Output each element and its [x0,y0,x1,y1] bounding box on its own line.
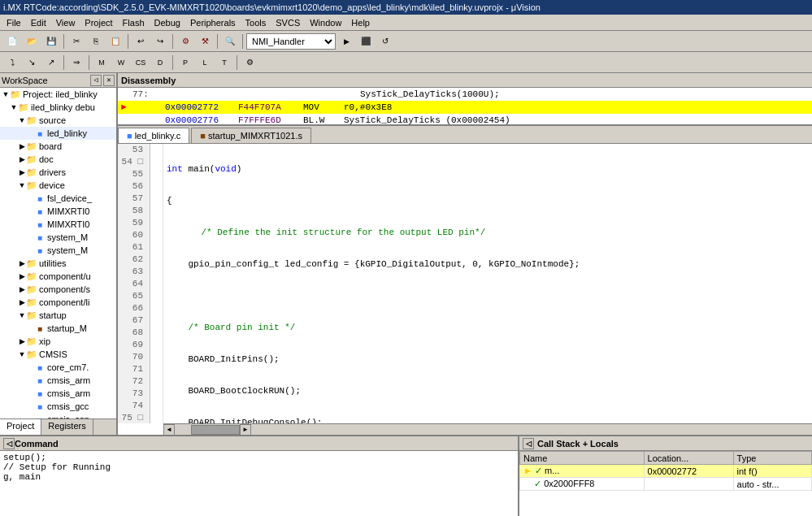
tree-item-startup[interactable]: ▼ 📁 startup [0,309,116,322]
tree-expand-utilities[interactable]: ▶ [18,259,26,267]
tree-expand-doc[interactable]: ▶ [18,155,26,163]
tree-item-cmsis-arm2[interactable]: ■ cmsis_arm [0,387,116,400]
step-in-btn[interactable]: ↘ [23,54,41,72]
tree-expand-board[interactable]: ▶ [18,142,26,150]
tree-label-drivers: drivers [39,167,66,177]
callstack-row-2[interactable]: ✓ 0x2000FFF8 auto - str... [520,478,812,491]
callstack-collapse-btn[interactable]: ◁ [523,438,534,449]
tree-expand-root[interactable]: ▼ [2,90,10,98]
perf-btn[interactable]: P [176,54,194,72]
build-btn[interactable]: ⚙ [176,33,194,50]
tree-item-utilities[interactable]: ▶ 📁 utilities [0,257,116,270]
menu-window[interactable]: Window [305,16,346,29]
scrollbar-h-thumb[interactable] [191,425,240,435]
paste-btn[interactable]: 📋 [106,33,124,50]
go-btn[interactable]: ▶ [337,33,355,50]
step-out-btn[interactable]: ↗ [42,54,60,72]
undo-btn[interactable]: ↩ [132,33,150,50]
reset-btn[interactable]: ↺ [376,33,394,50]
tree-item-cmsis-arm1[interactable]: ■ cmsis_arm [0,374,116,387]
tree-item-mimxrt1[interactable]: ■ MIMXRTI0 [0,205,116,218]
trace-btn[interactable]: T [215,54,233,72]
tree-expand-device[interactable]: ▼ [18,181,26,189]
menu-edit[interactable]: Edit [26,16,51,29]
logic-btn[interactable]: L [196,54,214,72]
callstack-row-1[interactable]: ► ✓ m... 0x00002772 int f() [520,465,812,478]
menu-peripherals[interactable]: Peripherals [185,16,241,29]
memory-btn[interactable]: M [93,54,111,72]
scroll-right-btn[interactable]: ► [240,424,251,436]
tree-item-cmsis-gcc[interactable]: ■ cmsis_gcc [0,400,116,413]
tree-item-xip[interactable]: ▶ 📁 xip [0,335,116,348]
stop-btn[interactable]: ⬛ [357,33,375,50]
menu-help[interactable]: Help [346,16,375,29]
new-btn[interactable]: 📄 [3,33,21,50]
tree-expand-blinky[interactable]: ▼ [10,103,18,111]
save-btn[interactable]: 💾 [42,33,60,50]
tree-expand-startup[interactable]: ▼ [18,311,26,319]
tree-expand-cmsis[interactable]: ▼ [18,350,26,358]
tree-item-board[interactable]: ▶ 📁 board [0,140,116,153]
tree-item-blinky-debug[interactable]: ▼ 📁 iled_blinky debu [0,101,116,114]
menu-svcs[interactable]: SVCS [271,16,305,29]
console-collapse-btn[interactable]: ◁ [3,438,15,449]
tree-item-cmsis-con[interactable]: ■ cmsis_con [0,413,116,418]
redo-btn[interactable]: ↪ [151,33,169,50]
console-content[interactable]: setup(); // Setup for Running g, main [0,451,518,516]
settings-btn[interactable]: ⚙ [241,54,258,72]
menu-view[interactable]: View [51,16,80,29]
tree-item-core-cm7[interactable]: ■ core_cm7. [0,361,116,374]
tree-item-comp-li[interactable]: ▶ 📁 component/li [0,296,116,309]
tree-item-system1[interactable]: ■ system_M [0,231,116,244]
tree-expand-cli[interactable]: ▶ [18,298,26,306]
tree-expand-cu[interactable]: ▶ [18,272,26,280]
tab-registers[interactable]: Registers [41,419,93,435]
open-btn[interactable]: 📂 [23,33,41,50]
menu-debug[interactable]: Debug [150,16,185,29]
menu-file[interactable]: File [2,16,26,29]
tree-expand-cs[interactable]: ▶ [18,285,26,293]
find-btn[interactable]: 🔍 [221,33,239,50]
code-editor[interactable]: int main(void) { /* Define the init stru… [163,144,812,423]
code-content[interactable]: 53 54 □ 55 56 57 58 59 60 61 62 63 64 65… [118,144,812,423]
rebuild-btn[interactable]: ⚒ [196,33,214,50]
tree-project-root[interactable]: ▼ 📁 Project: iled_blinky [0,88,116,101]
tree-item-device[interactable]: ▼ 📁 device [0,179,116,192]
tree-item-startup-m[interactable]: ■ startup_M [0,322,116,335]
left-panel-collapse[interactable]: ◁ [90,75,102,86]
tree-item-mimxrt2[interactable]: ■ MIMXRTI0 [0,218,116,231]
tree-expand-xip[interactable]: ▶ [18,337,26,345]
tree-expand-source[interactable]: ▼ [18,116,26,124]
menu-project[interactable]: Project [80,16,117,29]
target-select[interactable]: NMI_Handler [246,33,336,50]
menu-flash[interactable]: Flash [118,16,150,29]
callstack-table: Name Location... Type ► ✓ m... 0x0000277… [519,451,812,491]
disasm-btn[interactable]: D [151,54,169,72]
tree-item-drivers[interactable]: ▶ 📁 drivers [0,166,116,179]
tree-item-doc[interactable]: ▶ 📁 doc [0,153,116,166]
tree-item-comp-u[interactable]: ▶ 📁 component/u [0,270,116,283]
cut-btn[interactable]: ✂ [67,33,85,50]
scroll-left-btn[interactable]: ◄ [163,424,175,436]
tab-led-blinky-c[interactable]: ■ led_blinky.c [118,128,189,143]
menu-tools[interactable]: Tools [241,16,271,29]
callstack-btn[interactable]: CS [132,54,150,72]
tab-label-startup: startup_MIMXRT1021.s [208,131,302,141]
tree-item-cmsis[interactable]: ▼ 📁 CMSIS [0,348,116,361]
s-file-tab-icon: ■ [200,131,206,141]
tree-item-led-blinky-file[interactable]: ■ led_blinky [0,127,116,140]
tab-startup-s[interactable]: ■ startup_MIMXRT1021.s [191,128,311,143]
step-over-btn[interactable]: ⤵ [3,54,21,72]
tree-item-fsl[interactable]: ■ fsl_device_ [0,192,116,205]
copy-btn[interactable]: ⎘ [87,33,105,50]
disassembly-content[interactable]: 77: SysTick_DelayTicks(1000U); ► 0x00002… [118,88,812,124]
run-to-cursor-btn[interactable]: ⇒ [67,54,85,72]
left-panel-close[interactable]: ✕ [103,75,115,86]
tree-item-system2[interactable]: ■ system_M [0,244,116,257]
horizontal-scrollbar[interactable]: ◄ ► [163,423,812,435]
tree-expand-drivers[interactable]: ▶ [18,168,26,176]
tab-project[interactable]: Project [0,419,41,435]
watch-btn[interactable]: W [112,54,130,72]
tree-item-comp-s[interactable]: ▶ 📁 component/s [0,283,116,296]
tree-item-source[interactable]: ▼ 📁 source [0,114,116,127]
